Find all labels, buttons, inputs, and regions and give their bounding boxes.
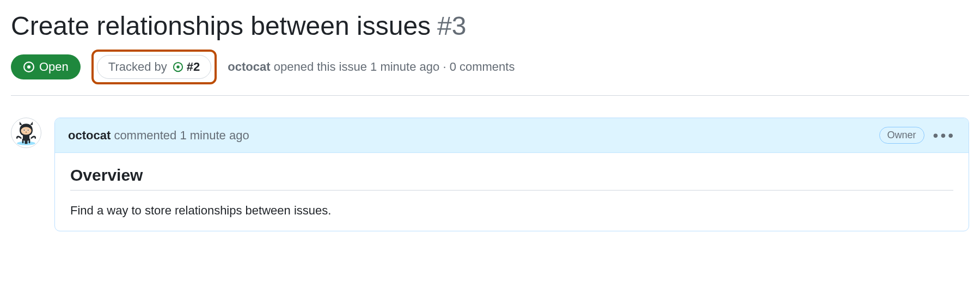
comment-box: octocat commented 1 minute ago Owner •••… — [54, 118, 969, 231]
comment-author-link[interactable]: octocat — [68, 128, 111, 142]
comment-header-left: octocat commented 1 minute ago — [68, 128, 249, 143]
issue-author-link[interactable]: octocat — [228, 60, 270, 73]
svg-point-8 — [23, 130, 24, 131]
issue-open-icon — [23, 61, 35, 73]
issue-title: Create relationships between issues — [11, 11, 431, 41]
svg-point-9 — [28, 130, 29, 131]
tracking-issue-link[interactable]: #2 — [173, 60, 200, 74]
svg-point-1 — [27, 65, 30, 69]
tracked-by-pill[interactable]: Tracked by #2 — [97, 55, 212, 79]
issue-meta-text: octocat opened this issue 1 minute ago ·… — [228, 60, 514, 74]
tracked-by-label: Tracked by — [108, 60, 167, 74]
issue-opened-text: opened this issue 1 minute ago — [274, 60, 440, 73]
comment-heading: Overview — [70, 166, 953, 191]
comment-header: octocat commented 1 minute ago Owner ••• — [55, 118, 969, 153]
avatar[interactable] — [11, 118, 41, 148]
svg-point-10 — [26, 132, 27, 133]
svg-point-3 — [176, 65, 180, 69]
kebab-menu-icon[interactable]: ••• — [933, 128, 955, 143]
issue-number: #3 — [437, 11, 466, 41]
comment-body-text: Find a way to store relationships betwee… — [70, 204, 953, 218]
owner-badge: Owner — [879, 127, 924, 144]
comment-body: Overview Find a way to store relationshi… — [55, 153, 969, 231]
meta-separator: · — [443, 60, 446, 73]
octocat-icon — [13, 120, 39, 146]
comment-header-right: Owner ••• — [879, 127, 955, 144]
tracked-by-highlight: Tracked by #2 — [91, 50, 217, 84]
issue-comments-count: 0 comments — [450, 60, 515, 73]
discussion-timeline: octocat commented 1 minute ago Owner •••… — [11, 118, 969, 231]
tracking-issue-number: #2 — [187, 60, 200, 74]
svg-point-5 — [21, 127, 31, 134]
issue-meta-row: Open Tracked by #2 octocat opened this i… — [11, 50, 969, 96]
comment-action-text: commented 1 minute ago — [114, 128, 249, 142]
issue-open-icon — [173, 62, 183, 72]
issue-state-badge: Open — [11, 54, 81, 79]
issue-title-row: Create relationships between issues #3 — [11, 11, 969, 41]
issue-state-label: Open — [39, 60, 69, 74]
